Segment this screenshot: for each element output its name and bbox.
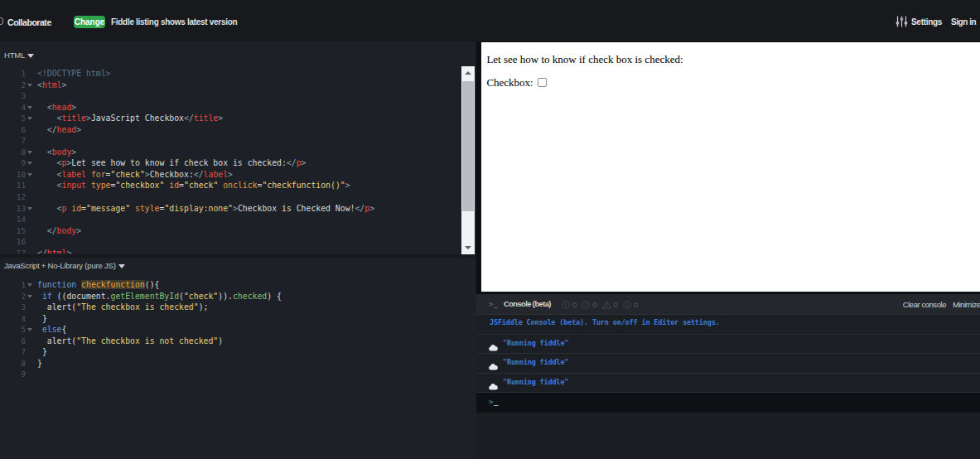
result-checkbox[interactable] xyxy=(538,78,547,87)
code-text: if ((document.getElementById("check")).c… xyxy=(37,291,282,302)
code-text: } xyxy=(37,358,42,370)
scroll-up-button[interactable] xyxy=(461,66,475,80)
line-number: 1 xyxy=(0,68,26,80)
result-column: Let see how to know if check box is chec… xyxy=(476,41,980,459)
js-code-editor[interactable]: 1function checkfunction(){2 if ((documen… xyxy=(0,278,476,459)
html-panel-selector[interactable]: HTML xyxy=(4,51,34,60)
line-number: 6 xyxy=(0,336,26,347)
fold-arrow-icon[interactable] xyxy=(27,328,32,331)
code-text: <p id="message" style="display:none">Che… xyxy=(37,203,374,215)
chevron-down-icon xyxy=(27,54,34,58)
code-line[interactable]: 1function checkfunction(){ xyxy=(0,279,476,291)
code-line[interactable]: 3 xyxy=(0,90,476,102)
code-line[interactable]: 6 </head> xyxy=(0,124,476,136)
result-intro-text: Let see how to know if check box is chec… xyxy=(486,53,980,65)
code-text: else{ xyxy=(37,324,66,336)
code-line[interactable]: 6 alert("The checkbox is not checked") xyxy=(0,336,476,347)
line-number: 16 xyxy=(0,236,26,248)
prompt-cursor: _ xyxy=(494,398,498,406)
fold-arrow-icon[interactable] xyxy=(27,106,32,109)
warning-triangle-icon xyxy=(602,297,611,312)
topbar: Collaborate Change Fiddle listing shows … xyxy=(0,0,980,41)
code-line[interactable]: 2 if ((document.getElementById("check"))… xyxy=(0,291,476,302)
result-checkbox-label: Checkbox: xyxy=(486,76,533,89)
code-line[interactable]: 11 <input type="checkbox" id="check" onc… xyxy=(0,180,476,191)
fold-arrow-icon[interactable] xyxy=(27,207,32,210)
scroll-down-button[interactable] xyxy=(461,241,475,254)
html-editor-scrollbar xyxy=(461,66,475,254)
fold-arrow-icon[interactable] xyxy=(27,151,32,154)
code-line[interactable]: 8} xyxy=(0,358,476,370)
line-number: 2 xyxy=(0,80,26,91)
code-text: <p>Let see how to know if check box is c… xyxy=(37,157,306,169)
js-panel-selector[interactable]: JavaScript + No-Library (pure JS) xyxy=(4,261,125,270)
code-line[interactable]: 5 <title>JavaScript Checkbox</title> xyxy=(0,113,476,124)
html-panel-header: HTML xyxy=(0,41,476,66)
console-counter-error-circle[interactable]: 0 xyxy=(562,297,577,312)
code-line[interactable]: 14 xyxy=(0,214,476,225)
html-code-editor[interactable]: 1<!DOCTYPE html>2<html>34 <head>5 <title… xyxy=(0,66,476,254)
minimize-button[interactable]: Minimize xyxy=(953,300,980,309)
code-line[interactable]: 3 alert("The checkbox is checked"); xyxy=(0,302,476,313)
fold-arrow-icon[interactable] xyxy=(27,84,32,87)
line-number: 14 xyxy=(0,214,26,225)
fold-arrow-icon[interactable] xyxy=(27,173,32,176)
fold-arrow-icon[interactable] xyxy=(27,283,32,287)
collaborate-button[interactable]: Collaborate xyxy=(7,17,51,27)
line-number: 7 xyxy=(0,135,26,147)
code-line[interactable]: 12 xyxy=(0,191,476,203)
change-button[interactable]: Change xyxy=(74,16,105,28)
console-prompt-row[interactable]: > _ xyxy=(476,393,980,413)
line-number: 3 xyxy=(0,302,26,313)
line-number: 8 xyxy=(0,147,26,158)
code-line[interactable]: 9 xyxy=(0,369,476,380)
code-line[interactable]: 17</html> xyxy=(0,248,476,254)
code-text: </html> xyxy=(37,248,71,254)
counter-value: 0 xyxy=(614,300,618,309)
line-number: 4 xyxy=(0,313,26,325)
console-counter-warning-triangle[interactable]: 0 xyxy=(602,297,618,312)
line-number: 6 xyxy=(0,124,26,136)
code-text: <label for="check">Checkbox:</label> xyxy=(37,169,233,181)
code-text: <input type="checkbox" id="check" onclic… xyxy=(37,180,350,191)
console-footer-area xyxy=(476,413,980,459)
code-line[interactable]: 1<!DOCTYPE html> xyxy=(0,68,476,80)
code-text: <html> xyxy=(37,80,66,91)
line-number: 7 xyxy=(0,346,26,358)
code-line[interactable]: 7 } xyxy=(0,346,476,358)
console-log-row: "Running fiddle" xyxy=(476,374,980,394)
code-line[interactable]: 7 xyxy=(0,135,476,147)
sign-in-button[interactable]: Sign in xyxy=(951,17,976,27)
collaborate-icon xyxy=(0,17,3,25)
console-counter-info-circle[interactable]: 0 xyxy=(623,297,638,312)
clear-console-button[interactable]: Clear console xyxy=(903,300,946,309)
error-circle-icon xyxy=(562,297,570,312)
code-line[interactable]: 2<html> xyxy=(0,80,476,91)
console-counter-exclamation-circle[interactable]: 0 xyxy=(582,297,596,312)
code-line[interactable]: 8 <body> xyxy=(0,147,476,158)
fold-arrow-icon[interactable] xyxy=(27,117,32,120)
console-info-message: JSFiddle Console (beta). Turn on/off in … xyxy=(490,318,720,326)
code-line[interactable]: 4 } xyxy=(0,313,476,325)
code-line[interactable]: 16 xyxy=(0,236,476,248)
fold-arrow-icon[interactable] xyxy=(27,295,32,298)
console-info-row: JSFiddle Console (beta). Turn on/off in … xyxy=(476,315,980,335)
code-line[interactable]: 13 <p id="message" style="display:none">… xyxy=(0,203,476,215)
code-line[interactable]: 9 <p>Let see how to know if check box is… xyxy=(0,157,476,169)
prompt-gt: > xyxy=(489,398,493,406)
scrollbar-thumb[interactable] xyxy=(462,81,474,211)
line-number: 10 xyxy=(0,169,26,181)
settings-button[interactable]: Settings xyxy=(896,16,942,27)
code-line[interactable]: 4 <head> xyxy=(0,102,476,114)
code-line[interactable]: 5 else{ xyxy=(0,324,476,336)
sliders-icon xyxy=(896,16,908,27)
fold-arrow-icon[interactable] xyxy=(27,162,32,165)
line-number: 9 xyxy=(0,369,26,380)
cloud-icon xyxy=(488,339,498,346)
code-line[interactable]: 15 </body> xyxy=(0,225,476,237)
console-log-row: "Running fiddle" xyxy=(476,354,980,374)
console-prompt-icon: >_ xyxy=(489,300,498,308)
code-line[interactable]: 10 <label for="check">Checkbox:</label> xyxy=(0,169,476,181)
console-panel: >_ Console (beta) 0000 Clear console Min… xyxy=(476,294,980,459)
js-panel-header: JavaScript + No-Library (pure JS) xyxy=(0,258,476,278)
